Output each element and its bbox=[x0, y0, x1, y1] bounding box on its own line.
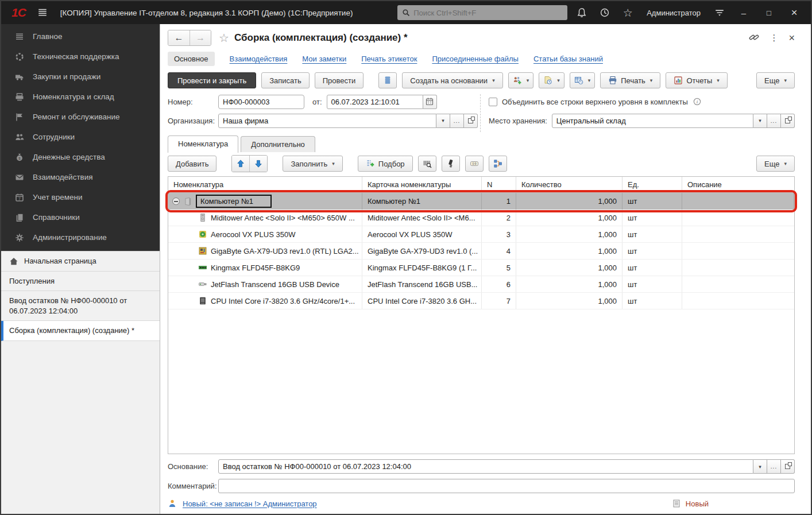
document-state-icon bbox=[672, 499, 681, 508]
assign-responsible-button[interactable]: ▾ bbox=[508, 72, 534, 88]
tab-knowledge-base[interactable]: Статьи базы знаний bbox=[533, 55, 603, 63]
favorites-star-icon[interactable]: ☆ bbox=[619, 4, 636, 21]
collapse-group-icon[interactable] bbox=[172, 198, 180, 205]
enter-barcode-button[interactable] bbox=[465, 156, 484, 172]
sidebar-item-purchases-sales[interactable]: Закупки и продажи bbox=[1, 67, 160, 87]
history-icon[interactable] bbox=[596, 4, 613, 21]
basis-field[interactable]: Ввод остатков № НФ00-000010 от 06.07.202… bbox=[218, 459, 753, 474]
main-menu-icon[interactable] bbox=[35, 5, 50, 20]
sidebar-item-home-page[interactable]: Начальная страница bbox=[1, 251, 160, 272]
tab-nomenclature[interactable]: Номенклатура bbox=[168, 135, 238, 153]
organization-field[interactable]: Наша фирма bbox=[218, 114, 436, 128]
col-nomenclature[interactable]: Номенклатура bbox=[168, 177, 362, 192]
move-down-button[interactable] bbox=[249, 156, 267, 172]
minimize-button[interactable]: – bbox=[734, 4, 753, 21]
sidebar-item-time-tracking[interactable]: Учет времени bbox=[1, 187, 160, 207]
back-button[interactable]: ← bbox=[168, 30, 190, 45]
document-status-link[interactable]: Новый: <не записан !> Администратор bbox=[183, 499, 317, 508]
basis-choose-button[interactable]: ... bbox=[767, 459, 781, 474]
tab-my-notes[interactable]: Мои заметки bbox=[302, 55, 346, 63]
sidebar-item-main[interactable]: Главное bbox=[1, 26, 160, 47]
notifications-bell-icon[interactable] bbox=[573, 4, 590, 21]
comment-field[interactable] bbox=[218, 479, 795, 493]
sidebar-item-repair-service[interactable]: Ремонт и обслуживание bbox=[1, 107, 160, 127]
table-more-button[interactable]: Еще▾ bbox=[756, 156, 795, 172]
add-row-button[interactable]: Добавить bbox=[168, 156, 216, 172]
current-user[interactable]: Администратор bbox=[642, 9, 705, 17]
table-clock-icon bbox=[574, 76, 583, 85]
basis-label: Основание: bbox=[168, 462, 218, 471]
table-row[interactable]: GigaByte GA-X79-UD3 rev1.0 (RTL) LGA2...… bbox=[168, 243, 794, 260]
copy-link-icon[interactable] bbox=[749, 32, 759, 44]
col-card[interactable]: Карточка номенклатуры bbox=[362, 177, 482, 192]
sidebar-item-opening-balances[interactable]: Ввод остатков № НФ00-000010 от 06.07.202… bbox=[1, 291, 160, 321]
sidebar-item-receipts[interactable]: Поступления bbox=[1, 272, 160, 292]
post-and-close-button[interactable]: Провести и закрыть bbox=[168, 72, 256, 88]
post-button[interactable]: Провести bbox=[315, 72, 364, 88]
barcode-search-button[interactable] bbox=[418, 156, 436, 172]
barcode-scanner-button[interactable] bbox=[442, 156, 460, 172]
price-tag-icon bbox=[470, 159, 479, 168]
maximize-button[interactable]: □ bbox=[759, 4, 779, 21]
save-button[interactable]: Записать bbox=[261, 72, 310, 88]
sidebar-item-nomenclature-warehouse[interactable]: Номенклатура и склад bbox=[1, 87, 160, 107]
number-field[interactable]: НФ00-000003 bbox=[218, 95, 304, 109]
storage-choose-button[interactable]: ... bbox=[767, 114, 781, 128]
basis-dropdown-button[interactable]: ▾ bbox=[753, 459, 767, 474]
scheduled-tasks-button[interactable]: ▾ bbox=[570, 72, 596, 88]
sidebar-item-money[interactable]: Денежные средства bbox=[1, 147, 160, 167]
storage-open-button[interactable] bbox=[781, 114, 795, 128]
move-up-button[interactable] bbox=[232, 156, 249, 172]
document-history-button[interactable]: ▾ bbox=[539, 72, 564, 88]
col-quantity[interactable]: Количество bbox=[516, 177, 622, 192]
fill-button[interactable]: Заполнить▾ bbox=[283, 156, 342, 172]
sidebar-item-directories[interactable]: Справочники bbox=[1, 207, 160, 227]
create-based-on-button[interactable]: Создать на основании▾ bbox=[402, 72, 502, 88]
sidebar-item-administration[interactable]: Администрирование bbox=[1, 227, 160, 247]
more-menu-icon[interactable]: ⋮ bbox=[770, 33, 778, 43]
date-field[interactable]: 06.07.2023 12:10:01 bbox=[327, 95, 423, 109]
forward-button[interactable]: → bbox=[190, 30, 211, 45]
inline-cell-editor[interactable]: Компьютер №1 bbox=[196, 195, 272, 208]
col-description[interactable]: Описание bbox=[682, 177, 794, 192]
document-movements-button[interactable] bbox=[378, 72, 397, 88]
organization-choose-button[interactable]: ... bbox=[450, 114, 464, 128]
global-search[interactable] bbox=[397, 5, 567, 20]
tab-print-labels[interactable]: Печать этикеток bbox=[361, 55, 417, 63]
sidebar-item-employees[interactable]: Сотрудники bbox=[1, 127, 160, 147]
storage-dropdown-button[interactable]: ▾ bbox=[753, 114, 767, 128]
table-row[interactable]: Miditower Antec <Solo II> <M650> 650W ..… bbox=[168, 210, 794, 226]
sidebar-item-tech-support[interactable]: Техническая поддержка bbox=[1, 47, 160, 67]
date-picker-button[interactable] bbox=[423, 95, 437, 109]
table-row[interactable]: JetFlash Transcend 16GB USB Device JetFl… bbox=[168, 276, 794, 293]
close-document-icon[interactable]: × bbox=[788, 32, 795, 44]
organization-open-button[interactable] bbox=[464, 114, 478, 128]
organization-dropdown-button[interactable]: ▾ bbox=[436, 114, 450, 128]
table-row[interactable]: CPU Intel Core i7-3820 3.6 GHz/4core/1+.… bbox=[168, 293, 794, 309]
pick-button[interactable]: Подбор bbox=[358, 156, 413, 172]
tab-interactions[interactable]: Взаимодействия bbox=[230, 55, 288, 63]
reports-button[interactable]: Отчеты▾ bbox=[666, 72, 727, 88]
user-settings-icon[interactable] bbox=[711, 4, 728, 21]
sidebar-item-assembly-active[interactable]: Сборка (комплектация) (создание) * bbox=[1, 321, 160, 341]
info-icon[interactable] bbox=[693, 97, 702, 106]
more-actions-button[interactable]: Еще▾ bbox=[756, 72, 795, 88]
close-window-button[interactable]: × bbox=[784, 4, 804, 21]
table-row[interactable]: Aerocool VX PLUS 350W Aerocool VX PLUS 3… bbox=[168, 226, 794, 243]
basis-open-button[interactable] bbox=[781, 459, 795, 474]
date-label: от: bbox=[312, 98, 322, 106]
structure-view-button[interactable] bbox=[489, 156, 507, 172]
tab-main[interactable]: Основное bbox=[168, 52, 215, 66]
col-unit[interactable]: Ед. bbox=[622, 177, 682, 192]
add-favorite-star-icon[interactable]: ☆ bbox=[219, 31, 229, 45]
print-button[interactable]: Печать▾ bbox=[600, 72, 660, 88]
col-n[interactable]: N bbox=[482, 177, 516, 192]
tab-attached-files[interactable]: Присоединенные файлы bbox=[432, 55, 519, 63]
sidebar-item-interactions[interactable]: Взаимодействия bbox=[1, 167, 160, 187]
table-row[interactable]: Kingmax FLFD45F-B8KG9 Kingmax FLFD45F-B8… bbox=[168, 260, 794, 276]
table-row-group[interactable]: Компьютер №1 Компьютер №1 1 1,000 шт bbox=[168, 193, 794, 210]
search-input[interactable] bbox=[413, 9, 563, 17]
storage-field[interactable]: Центральный склад bbox=[552, 114, 753, 128]
combine-rows-checkbox[interactable] bbox=[489, 98, 497, 106]
tab-additional[interactable]: Дополнительно bbox=[241, 136, 315, 152]
